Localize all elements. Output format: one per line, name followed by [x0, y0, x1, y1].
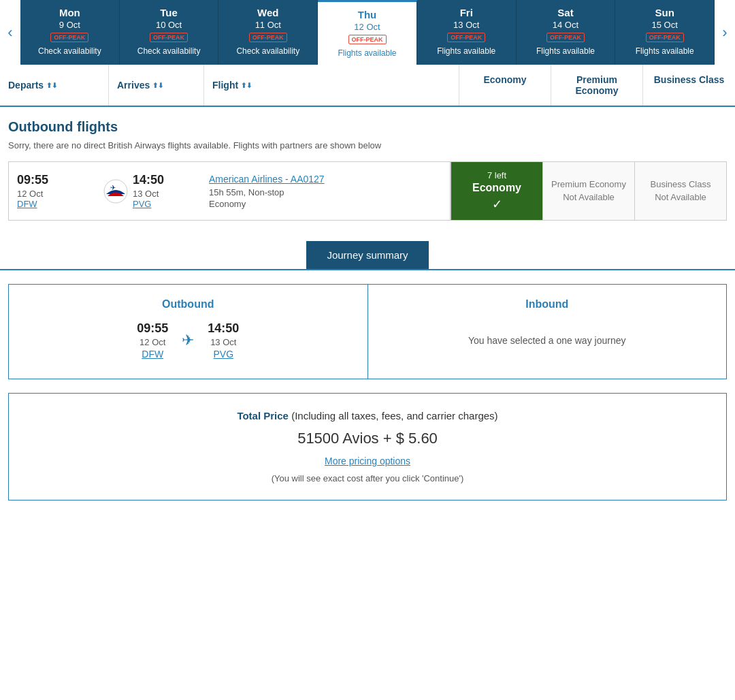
- day-date: 9 Oct: [24, 20, 115, 30]
- airline-link[interactable]: American Airlines - AA0127: [209, 174, 442, 185]
- premium-economy-cell: Premium EconomyNot Available: [542, 162, 634, 220]
- day-date: 14 Oct: [521, 20, 611, 30]
- day-availability: Check availability: [223, 46, 313, 56]
- journey-dep-time: 09:55: [137, 321, 168, 336]
- journey-cards: Outbound 09:55 12 Oct DFW ✈ 14:50 13 Oct…: [8, 284, 727, 379]
- off-peak-badge: OFF-PEAK: [447, 33, 485, 42]
- journey-inbound-message: You have selected a one way journey: [382, 321, 713, 346]
- day-availability: Flights available: [619, 46, 710, 56]
- arr-time: 14:50: [133, 173, 201, 187]
- price-amount: 51500 Avios + $ 5.60: [25, 430, 710, 447]
- economy-label: Economy: [483, 74, 526, 85]
- dep-time: 09:55: [17, 173, 99, 187]
- off-peak-badge: OFF-PEAK: [249, 33, 287, 42]
- day-availability: Flights available: [421, 46, 512, 56]
- col-header-economy: Economy: [459, 65, 551, 106]
- day-availability: Check availability: [24, 46, 115, 56]
- day-date: 10 Oct: [124, 20, 214, 30]
- flight-label: Flight: [212, 80, 238, 91]
- date-cell-tue[interactable]: Tue 10 Oct OFF-PEAK Check availability: [120, 0, 219, 65]
- flight-info: 09:55 12 Oct DFW ✈ 14:50 13 Oct PVG Amer…: [9, 162, 451, 220]
- journey-dep-date: 12 Oct: [137, 337, 168, 347]
- off-peak-badge: OFF-PEAK: [646, 33, 684, 42]
- airline-icon: ✈: [103, 179, 128, 204]
- day-name: Sun: [619, 7, 710, 18]
- col-header-business-class: Business Class: [643, 65, 735, 106]
- date-navigation: ‹ Mon 9 Oct OFF-PEAK Check availability …: [0, 0, 735, 65]
- journey-dep-code[interactable]: DFW: [137, 349, 168, 360]
- day-name: Mon: [24, 7, 115, 18]
- outbound-title: Outbound flights: [0, 119, 735, 135]
- economy-cell[interactable]: 7 left Economy ✓: [451, 162, 542, 220]
- dep-date: 12 Oct: [17, 189, 99, 199]
- plane-icon: ✈: [182, 332, 194, 349]
- date-cell-mon[interactable]: Mon 9 Oct OFF-PEAK Check availability: [20, 0, 120, 65]
- flight-row: 09:55 12 Oct DFW ✈ 14:50 13 Oct PVG Amer…: [8, 161, 727, 221]
- flight-departure: 09:55 12 Oct DFW: [17, 173, 99, 209]
- airline-logo: ✈: [99, 179, 133, 204]
- day-date: 13 Oct: [421, 20, 512, 30]
- day-name: Fri: [421, 7, 512, 18]
- flight-arrival: 14:50 13 Oct PVG: [133, 173, 201, 209]
- journey-arr-code[interactable]: PVG: [208, 349, 239, 360]
- journey-tab-bar: Journey summary: [0, 241, 735, 270]
- more-pricing-options-link[interactable]: More pricing options: [325, 456, 410, 466]
- day-name: Thu: [322, 9, 412, 20]
- journey-outbound-times: 09:55 12 Oct DFW ✈ 14:50 13 Oct PVG: [22, 321, 354, 360]
- off-peak-badge: OFF-PEAK: [50, 33, 88, 42]
- price-label-prefix: Total Price: [237, 410, 289, 421]
- journey-arr-block: 14:50 13 Oct PVG: [208, 321, 239, 360]
- off-peak-badge: OFF-PEAK: [348, 35, 387, 44]
- journey-inbound-card: Inbound You have selected a one way jour…: [368, 285, 727, 379]
- column-headers: Departs ⬆⬇ Arrives ⬆⬇ Flight ⬆⬇ Economy …: [0, 65, 735, 107]
- col-header-premium-economy: Premium Economy: [551, 65, 643, 106]
- day-date: 12 Oct: [322, 22, 412, 32]
- day-availability: Flights available: [322, 48, 412, 58]
- journey-arr-time: 14:50: [208, 321, 239, 336]
- date-cell-wed[interactable]: Wed 11 Oct OFF-PEAK Check availability: [218, 0, 318, 65]
- next-date-arrow[interactable]: ›: [715, 0, 735, 65]
- col-header-arrives[interactable]: Arrives ⬆⬇: [109, 65, 204, 106]
- date-cell-sat[interactable]: Sat 14 Oct OFF-PEAK Flights available: [517, 0, 616, 65]
- journey-outbound-title: Outbound: [22, 298, 354, 311]
- journey-summary-tab[interactable]: Journey summary: [306, 241, 428, 269]
- day-availability: Flights available: [521, 46, 611, 56]
- price-label-suffix: (Including all taxes, fees, and carrier …: [291, 410, 497, 421]
- col-header-flight[interactable]: Flight ⬆⬇: [204, 65, 459, 106]
- day-availability: Check availability: [124, 46, 214, 56]
- flight-cabin: Economy: [209, 199, 442, 209]
- business-class-label: Business Class: [654, 74, 725, 85]
- journey-dep-block: 09:55 12 Oct DFW: [137, 321, 168, 360]
- journey-inbound-title: Inbound: [382, 298, 713, 311]
- off-peak-badge: OFF-PEAK: [150, 33, 188, 42]
- day-date: 15 Oct: [619, 20, 710, 30]
- premium-economy-text: Premium EconomyNot Available: [551, 178, 626, 203]
- prev-date-arrow[interactable]: ‹: [0, 0, 20, 65]
- flight-sort-icon: ⬆⬇: [241, 82, 252, 89]
- flight-duration: 15h 55m, Non-stop: [209, 187, 442, 197]
- arr-code[interactable]: PVG: [133, 199, 201, 209]
- economy-seats: 7 left: [487, 170, 506, 180]
- economy-class-label: Economy: [472, 182, 521, 194]
- arrives-sort-icon: ⬆⬇: [152, 82, 163, 89]
- date-cell-sun[interactable]: Sun 15 Oct OFF-PEAK Flights available: [615, 0, 715, 65]
- premium-economy-label: Premium Economy: [575, 74, 618, 96]
- price-label: Total Price (Including all taxes, fees, …: [25, 410, 710, 421]
- day-name: Tue: [124, 7, 214, 18]
- arrives-label: Arrives: [117, 80, 150, 91]
- col-header-departs[interactable]: Departs ⬆⬇: [0, 65, 109, 106]
- outbound-note: Sorry, there are no direct British Airwa…: [0, 140, 735, 150]
- dep-code[interactable]: DFW: [17, 199, 99, 209]
- flight-details: American Airlines - AA0127 15h 55m, Non-…: [201, 174, 442, 209]
- off-peak-badge: OFF-PEAK: [546, 33, 585, 42]
- outbound-section: Outbound flights Sorry, there are no dir…: [0, 107, 735, 221]
- business-class-cell: Business ClassNot Available: [634, 162, 726, 220]
- price-box: Total Price (Including all taxes, fees, …: [8, 393, 727, 500]
- journey-arr-date: 13 Oct: [208, 337, 239, 347]
- svg-text:✈: ✈: [110, 184, 116, 191]
- date-cell-fri[interactable]: Fri 13 Oct OFF-PEAK Flights available: [417, 0, 517, 65]
- journey-section: Journey summary Outbound 09:55 12 Oct DF…: [0, 241, 735, 500]
- journey-outbound-card: Outbound 09:55 12 Oct DFW ✈ 14:50 13 Oct…: [9, 285, 368, 379]
- date-cell-thu[interactable]: Thu 12 Oct OFF-PEAK Flights available: [318, 0, 417, 65]
- date-cells: Mon 9 Oct OFF-PEAK Check availability Tu…: [20, 0, 715, 65]
